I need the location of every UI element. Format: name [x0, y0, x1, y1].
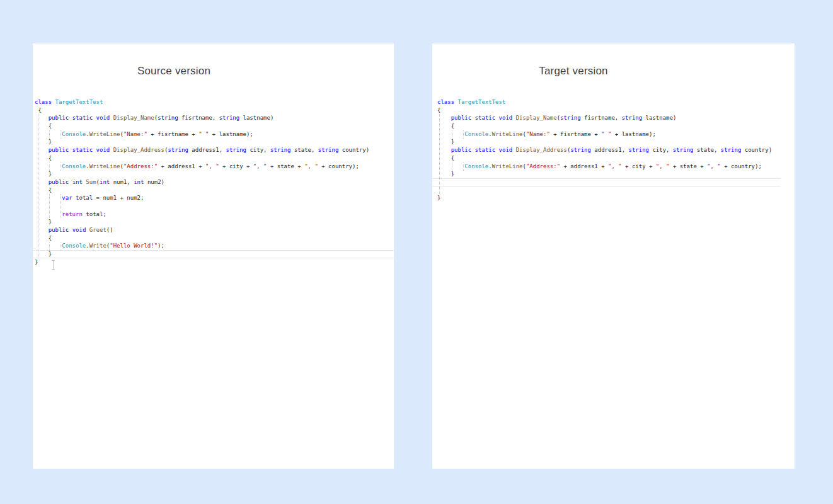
code-line: { [437, 122, 795, 130]
code-line: } [35, 138, 394, 146]
code-line: } [35, 218, 394, 226]
code-line: { [35, 122, 394, 130]
code-line: { [35, 186, 394, 195]
code-line: } [35, 250, 394, 258]
code-line: var total = num1 + num2; [35, 194, 394, 202]
code-line: Console.WriteLine("Address:" + address1 … [437, 163, 795, 171]
code-line: public static void Display_Address(strin… [35, 146, 394, 154]
code-line [437, 178, 795, 186]
code-line: { [35, 106, 394, 115]
code-line: public static void Display_Name(string f… [437, 114, 795, 122]
code-line: return total; [35, 210, 394, 219]
source-version-page: Source version class TargetTextTest { pu… [33, 43, 394, 469]
code-line: Console.WriteLine("Name:" + fisrtname + … [437, 130, 795, 139]
code-line: Console.WriteLine("Name:" + fisrtname + … [35, 130, 394, 139]
source-page-title: Source version [33, 65, 315, 77]
code-line: Console.Write("Hello World!"); [35, 242, 394, 250]
code-line [437, 186, 795, 195]
code-line: { [437, 106, 795, 115]
code-line: } [437, 170, 795, 178]
code-line: { [35, 154, 394, 163]
code-line [35, 202, 394, 210]
code-line: { [437, 154, 795, 163]
target-code-editor[interactable]: class TargetTextTest{ public static void… [432, 98, 795, 469]
code-line: public int Sum(int num1, int num2) [35, 178, 394, 186]
code-line: } [437, 194, 795, 202]
code-line: public static void Display_Name(string f… [35, 114, 394, 122]
code-line: } [437, 138, 795, 146]
code-line: { [35, 234, 394, 243]
source-code-editor[interactable]: class TargetTextTest { public static voi… [33, 98, 394, 469]
comparison-view: { "colors": { "background": "#dbe9fc", "… [0, 0, 833, 504]
target-version-page: Target version class TargetTextTest{ pub… [432, 43, 795, 469]
code-line: } [35, 258, 394, 266]
code-line: Console.WriteLine("Address:" + address1 … [35, 163, 394, 171]
code-line: public static void Display_Address(strin… [437, 146, 795, 154]
code-line: } [35, 170, 394, 178]
code-line: public void Greet() [35, 226, 394, 234]
code-line: class TargetTextTest [437, 98, 795, 106]
code-line: class TargetTextTest [35, 98, 394, 106]
target-page-title: Target version [432, 65, 715, 77]
